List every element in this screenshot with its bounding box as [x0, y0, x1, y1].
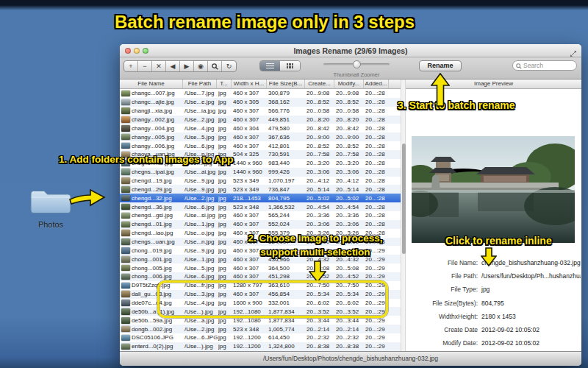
column-header[interactable]: File Size(B... — [267, 79, 305, 88]
cell-size: 449,851 — [268, 116, 306, 123]
thumbnail-zoom-slider[interactable] — [323, 63, 390, 66]
annotation-step2: 2. Choose image to process, support mult… — [243, 231, 388, 259]
cell-size: 999,426 — [268, 169, 306, 175]
cell-dims: 192...1200 — [233, 334, 268, 341]
file-thumbnail-icon — [121, 177, 130, 184]
cell-dims: 523 x 349 — [233, 177, 268, 184]
column-header[interactable]: Create... — [305, 79, 334, 88]
zoom-button[interactable] — [143, 48, 148, 54]
find-button[interactable] — [208, 61, 222, 71]
cell-name: dongb...002.jpg — [132, 326, 184, 333]
cell-path: /Use...2.jpg — [184, 116, 218, 123]
table-row[interactable]: changy...002.jpg/Use...2.jpgjpg460 x 307… — [120, 116, 401, 124]
search-input[interactable]: Search — [512, 60, 577, 71]
cell-path: /Use...si.jpg — [184, 212, 218, 219]
cell-added: 20...:28 — [365, 221, 390, 227]
cell-name: chong...019.jpg — [132, 247, 184, 254]
cell-type: jpg — [218, 186, 233, 193]
grid-view-button[interactable] — [280, 61, 300, 71]
annotation-step2-line2: support multi-selection — [243, 245, 388, 259]
file-thumbnail-icon — [121, 230, 130, 236]
cell-size: 1,366,532 — [268, 204, 306, 210]
close-button[interactable] — [125, 48, 131, 54]
cell-created: 20...4:54 — [306, 204, 336, 210]
column-header[interactable]: T... — [217, 79, 232, 88]
cell-added: 20...:28 — [365, 169, 390, 175]
table-row[interactable]: changc...007.jpg/Use...7.jpgjpg460 x 307… — [120, 89, 401, 98]
desktop: Batch rename image only in 3 steps Photo… — [0, 0, 588, 368]
cell-size: 1,324,800 — [268, 343, 306, 350]
table-row[interactable]: changy...006.jpg/Use...6.jpgjpg460 x 307… — [120, 141, 401, 150]
file-thumbnail-icon — [121, 204, 130, 210]
cell-dims: 460 x 304 — [233, 125, 268, 132]
cell-dims: 460 x 307 — [233, 143, 268, 149]
refresh-button[interactable]: ↻ — [222, 61, 236, 71]
cell-size: 614,450 — [268, 334, 306, 341]
cell-added: 20...:29 — [365, 343, 390, 350]
column-header[interactable]: File Path — [183, 79, 217, 88]
table-row[interactable]: changy...005.jpg/Use...5.jpgjpg460 x 307… — [120, 132, 401, 141]
remove-button[interactable]: − — [138, 61, 152, 71]
cell-name: chengd...29.jpg — [132, 186, 184, 193]
add-button[interactable]: + — [124, 61, 138, 71]
titlebar[interactable]: Images Rename (29/69 Images) — [120, 44, 581, 57]
table-row[interactable]: chengd...19.jpg/Use...9.jpgjpg523 x 3491… — [120, 177, 401, 185]
table-row[interactable]: enterd...0(2).jpg/Use...).jpgjpg192...12… — [120, 342, 401, 351]
table-row[interactable]: DSC05106.JPG/Use...6.JPGjpg192...1200614… — [120, 333, 401, 342]
table-row[interactable]: dongb...002.jpg/Use...2.jpgjpg523 x 3481… — [120, 325, 401, 333]
photos-folder[interactable]: Photos — [26, 188, 75, 229]
cell-modified: 20...3:20 — [336, 160, 365, 166]
table-row[interactable]: chegns...ipai.jpg/Use...ai.jpgjpg1440 x … — [120, 168, 401, 177]
previous-button[interactable]: ◀ — [166, 61, 180, 71]
cell-type: jpg — [218, 195, 233, 202]
table-row[interactable]: chengd...gsi.jpg/Use...si.jpgjpg460 x 30… — [120, 211, 401, 220]
cell-size: 736,847 — [268, 186, 306, 193]
cell-path: /Use...6.jpg — [184, 273, 218, 280]
cell-added: 20...:29 — [365, 273, 390, 280]
cell-size: 479,580 — [268, 125, 306, 132]
cell-created: 20...2:14 — [306, 326, 336, 333]
table-row[interactable]: changy...004.jpg/Use...4.jpgjpg460 x 304… — [120, 124, 401, 132]
cell-modified: 20...9:00 — [336, 134, 365, 141]
view-mode-segmented-control[interactable] — [259, 60, 301, 71]
tutorial-title: Batch rename image only in 3 steps — [110, 12, 419, 32]
table-row[interactable]: chengd...01.jpg/Use...1.jpgjpg460 x 3075… — [120, 220, 401, 229]
file-thumbnail-icon — [121, 274, 130, 280]
cell-type: jpg — [218, 273, 233, 280]
annotation-inline-tip: Click to rename inline — [445, 235, 552, 247]
column-header[interactable]: Added... — [364, 79, 389, 88]
slider-knob[interactable] — [353, 60, 361, 68]
cell-name: chengd...iao.jpg — [132, 230, 184, 236]
cell-created: 20...8:20 — [306, 116, 336, 123]
cell-name: chengd...gsi.jpg — [132, 212, 184, 219]
quicklook-button[interactable]: ◉ — [194, 61, 208, 71]
delete-button[interactable]: ✕ — [152, 61, 166, 71]
cell-dims: 460 x 307 — [233, 221, 268, 227]
cell-name: chong...001.jpg — [132, 256, 184, 263]
next-button[interactable]: ▶ — [180, 61, 194, 71]
column-header[interactable]: Width x H... — [232, 79, 267, 88]
cell-size: 412,801 — [268, 143, 306, 149]
scrollbar-thumb[interactable] — [402, 144, 406, 254]
table-row[interactable]: changc...ajie.jpg/Use...e.jpgjpg460 x 30… — [120, 98, 401, 107]
list-view-button[interactable] — [260, 61, 280, 71]
table-row[interactable]: changji...xia.jpg/Use...ia.jpgjpg460 x 3… — [120, 107, 401, 116]
table-row[interactable]: chengd...29.jpg/Use...9.jpgjpg523 x 3497… — [120, 185, 401, 194]
detail-value: 804,795 — [481, 297, 504, 310]
table-row[interactable]: chengd...32.jpg/Use...2.jpgjpg218...1453… — [120, 194, 401, 202]
table-row[interactable]: chengd...36.jpg/Use...6.jpgjpg523 x 3481… — [120, 202, 401, 211]
detail-value: 2180 x 1453 — [481, 310, 516, 323]
rename-button[interactable]: Rename — [419, 60, 462, 71]
cell-path: /Use...2.jpg — [184, 195, 218, 202]
file-thumbnail-icon — [121, 195, 130, 202]
cell-path: /Use...9.jpg — [184, 186, 218, 193]
column-header[interactable]: Modify... — [334, 79, 364, 88]
cell-dims: 523 x 348 — [233, 326, 268, 333]
table-scrollbar[interactable] — [401, 79, 406, 351]
minimize-button[interactable] — [134, 48, 140, 54]
fullscreen-icon[interactable] — [570, 47, 577, 54]
column-header[interactable]: File Name — [120, 79, 183, 88]
cell-size: 451,298 — [268, 273, 306, 280]
cell-size: 566,776 — [268, 107, 306, 114]
table-row[interactable]: chong...005.jpg/Use...5.jpgjpg460 x 3073… — [120, 263, 401, 272]
